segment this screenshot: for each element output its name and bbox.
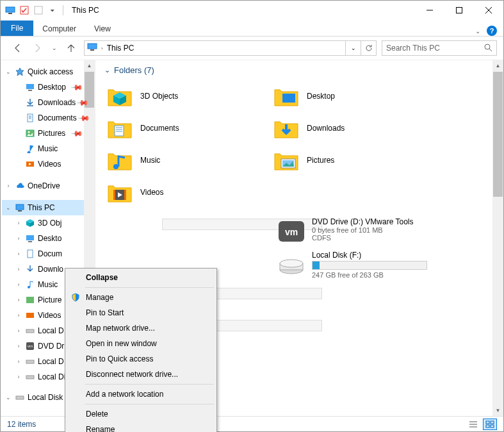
sidebar-item-label: Videos	[38, 160, 61, 169]
ribbon-expand-icon[interactable]: ⌄	[475, 28, 480, 35]
help-icon[interactable]: ?	[487, 26, 497, 36]
title-bar: ⏷ This PC	[1, 1, 503, 20]
folder-icon	[107, 115, 133, 141]
ctx-rename[interactable]: Rename	[67, 422, 215, 432]
svg-rect-30	[28, 241, 32, 242]
ctx-disconnect-network-drive[interactable]: Disconnect network drive...	[67, 367, 215, 382]
refresh-button[interactable]	[361, 41, 376, 55]
folder-item-documents[interactable]: Documents	[98, 112, 264, 144]
folder-label: Videos	[140, 188, 163, 197]
sidebar-item-downloads[interactable]: Downloads📌	[2, 95, 95, 110]
quick-access-toolbar: ⏷ This PC	[1, 4, 99, 16]
3dobjects-icon	[25, 218, 35, 228]
folder-item-music[interactable]: Music	[98, 144, 264, 176]
ctx-delete[interactable]: Delete	[67, 406, 215, 422]
ctx-map-network-drive[interactable]: Map network drive...	[67, 320, 215, 336]
drive-usage-bar	[312, 261, 427, 270]
ctx-collapse[interactable]: Collapse	[67, 270, 215, 285]
disk-icon	[25, 372, 35, 382]
music-icon	[25, 144, 35, 154]
sidebar-item-label: Downlo	[38, 265, 63, 274]
forward-button[interactable]	[30, 40, 45, 56]
svg-text:vm: vm	[285, 227, 298, 237]
drive-item-dvd[interactable]: vm DVD Drive (D:) VMware Tools 0 bytes f…	[277, 217, 431, 245]
disk-icon	[15, 392, 25, 403]
svg-rect-29	[26, 235, 34, 240]
folder-item-3d-objects[interactable]: 3D Objects	[98, 80, 264, 112]
onedrive-icon	[15, 181, 25, 191]
sidebar-item-music[interactable]: Music	[2, 141, 95, 156]
sidebar-item-pictures[interactable]: Pictures📌	[2, 126, 95, 141]
ctx-pin-quick-access[interactable]: Pin to Quick access	[67, 351, 215, 367]
search-placeholder: Search This PC	[386, 44, 440, 53]
recent-locations-button[interactable]: ⌄	[51, 40, 58, 56]
folder-item-desktop[interactable]: Desktop	[264, 80, 431, 112]
scroll-down-icon[interactable]: ▼	[492, 405, 503, 416]
new-folder-qat-icon[interactable]	[33, 4, 44, 16]
large-icons-view-button[interactable]	[483, 419, 497, 430]
scroll-up-icon[interactable]: ▲	[84, 60, 95, 71]
back-button[interactable]	[10, 40, 25, 56]
ctx-open-new-window[interactable]: Open in new window	[67, 336, 215, 351]
folder-label: Documents	[140, 124, 179, 133]
pc-icon	[15, 203, 25, 213]
tab-computer[interactable]: Computer	[33, 22, 85, 36]
close-button[interactable]	[474, 1, 503, 20]
svg-rect-8	[88, 44, 97, 49]
search-input[interactable]: Search This PC	[382, 40, 497, 56]
tab-file[interactable]: File	[1, 21, 33, 36]
drive-item-local-f[interactable]: Local Disk (F:) 247 GB free of 263 GB	[277, 251, 431, 279]
ctx-label: Add a network location	[86, 390, 163, 399]
svg-rect-34	[26, 313, 34, 318]
svg-rect-24	[16, 204, 24, 210]
sidebar-item-3d-objects[interactable]: ›3D Obj	[2, 215, 95, 231]
minimize-button[interactable]	[415, 1, 444, 20]
ctx-manage[interactable]: Manage	[67, 290, 215, 305]
ctx-add-network-location[interactable]: Add a network location	[67, 386, 215, 402]
scroll-thumb[interactable]	[493, 72, 503, 197]
sidebar-item-onedrive[interactable]: ›OneDrive	[2, 178, 95, 194]
sidebar-item-label: Local D	[38, 357, 64, 366]
sidebar-item-desktop[interactable]: Desktop📌	[2, 79, 95, 95]
body: ▲ ▼ ⌄ Quick access Desktop📌 Downloads📌 D…	[1, 60, 503, 416]
sidebar-item-documents-pc[interactable]: ›Docum	[2, 246, 95, 262]
ctx-label: Collapse	[86, 273, 118, 282]
window-title: This PC	[72, 6, 99, 15]
sidebar-item-documents[interactable]: Documents📌	[2, 110, 95, 126]
svg-rect-25	[18, 210, 22, 212]
ctx-pin-start[interactable]: Pin to Start	[67, 305, 215, 320]
sidebar-item-quick-access[interactable]: ⌄ Quick access	[2, 64, 95, 79]
address-field[interactable]: › This PC ⌄	[84, 40, 377, 56]
drive-label: DVD Drive (D:) VMware Tools	[312, 217, 431, 226]
svg-text:vm: vm	[28, 344, 33, 348]
folder-item-downloads[interactable]: Downloads	[264, 112, 431, 144]
address-dropdown-button[interactable]: ⌄	[345, 41, 361, 55]
scroll-up-icon[interactable]: ▲	[492, 60, 503, 71]
svg-rect-67	[486, 425, 489, 428]
sidebar-item-label: Downloads	[38, 98, 76, 107]
up-button[interactable]	[63, 40, 79, 56]
properties-qat-icon[interactable]	[19, 4, 30, 16]
folder-item-videos[interactable]: Videos	[98, 176, 264, 208]
ctx-label: Manage	[86, 293, 113, 302]
sidebar-item-label: Music	[38, 144, 58, 153]
sidebar-item-desktop-pc[interactable]: ›Deskto	[2, 231, 95, 246]
details-view-button[interactable]	[466, 419, 480, 430]
separator	[85, 404, 214, 404]
content-scrollbar[interactable]: ▲ ▼	[492, 60, 503, 416]
sidebar-item-videos[interactable]: Videos	[2, 156, 95, 172]
svg-rect-14	[28, 90, 32, 91]
music-icon	[25, 279, 35, 290]
sidebar-item-this-pc[interactable]: ⌄This PC	[2, 200, 95, 215]
folders-section-header[interactable]: ⌄ Folders (7)	[95, 60, 503, 78]
folder-icon	[273, 147, 299, 173]
svg-rect-31	[28, 250, 33, 258]
folder-item-pictures[interactable]: Pictures	[264, 144, 431, 176]
documents-icon	[25, 249, 35, 259]
qat-dropdown-icon[interactable]: ⏷	[47, 4, 58, 16]
separator	[85, 384, 214, 385]
sidebar-item-label: Docum	[38, 249, 62, 258]
maximize-button[interactable]	[444, 1, 474, 20]
tab-view[interactable]: View	[85, 22, 120, 36]
svg-rect-65	[486, 421, 489, 424]
